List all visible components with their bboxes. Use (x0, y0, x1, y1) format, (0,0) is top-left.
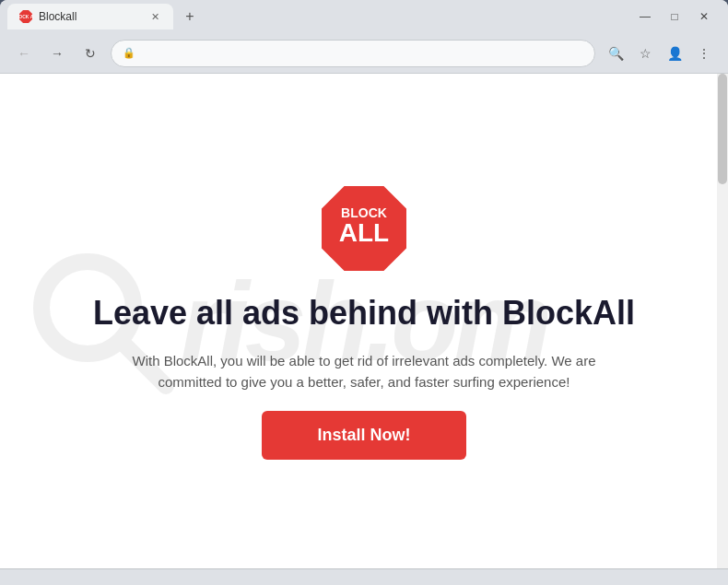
browser-window: BLOCK ALL Blockall ✕ + — □ ✕ ← → ↻ 🔒 🔍 ☆… (0, 0, 728, 585)
address-bar[interactable]: 🔒 (111, 40, 595, 67)
bookmark-button[interactable]: ☆ (632, 41, 658, 66)
menu-button[interactable]: ⋮ (691, 41, 717, 66)
svg-text:ALL: ALL (339, 218, 389, 247)
toolbar-right: 🔍 ☆ 👤 ⋮ (603, 41, 717, 66)
minimize-button[interactable]: — (636, 7, 654, 26)
maximize-button[interactable]: □ (665, 7, 684, 26)
tab-title: Blockall (39, 10, 142, 23)
subtext: With BlockAll, you will be able to get r… (124, 351, 604, 392)
svg-text:BLOCK ALL: BLOCK ALL (18, 14, 33, 19)
title-bar: BLOCK ALL Blockall ✕ + — □ ✕ (0, 0, 728, 33)
headline: Leave all ads behind with BlockAll (93, 293, 635, 333)
refresh-button[interactable]: ↻ (77, 41, 103, 66)
active-tab[interactable]: BLOCK ALL Blockall ✕ (7, 4, 173, 29)
address-input[interactable] (141, 46, 583, 60)
lock-icon: 🔒 (123, 47, 135, 59)
tab-favicon: BLOCK ALL (18, 9, 33, 24)
scrollbar-thumb[interactable] (718, 74, 727, 184)
new-tab-button[interactable]: + (177, 4, 203, 29)
install-now-button[interactable]: Install Now! (262, 411, 465, 460)
close-button[interactable]: ✕ (695, 7, 713, 26)
back-button[interactable]: ← (11, 41, 37, 66)
search-toolbar-button[interactable]: 🔍 (603, 41, 628, 66)
window-controls: — □ ✕ (636, 7, 721, 26)
tab-close-button[interactable]: ✕ (147, 9, 162, 24)
tabs-bar: BLOCK ALL Blockall ✕ + (7, 4, 636, 29)
profile-button[interactable]: 👤 (662, 41, 687, 66)
scrollbar-track[interactable] (717, 74, 728, 568)
bottom-bar (0, 568, 728, 585)
page-content: BLOCK ALL Leave all ads behind with Bloc… (75, 164, 653, 478)
toolbar: ← → ↻ 🔒 🔍 ☆ 👤 ⋮ (0, 33, 728, 74)
blockall-logo: BLOCK ALL (318, 182, 410, 275)
forward-button[interactable]: → (44, 41, 70, 66)
content-area: rish.om BLOCK ALL Leave all ads behind w… (0, 74, 728, 568)
